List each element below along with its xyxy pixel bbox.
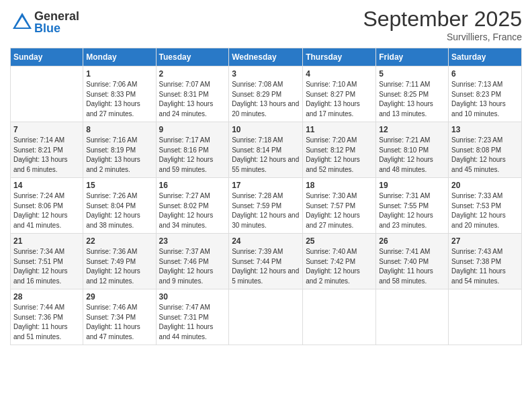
day-info: Sunrise: 7:23 AMSunset: 8:08 PMDaylight:… (451, 136, 519, 175)
calendar-week-row: 28Sunrise: 7:44 AMSunset: 7:36 PMDayligh… (11, 289, 522, 345)
day-number: 22 (86, 236, 152, 246)
day-number: 23 (159, 236, 226, 246)
calendar-week-row: 7Sunrise: 7:14 AMSunset: 8:21 PMDaylight… (11, 122, 522, 178)
day-number: 26 (379, 236, 445, 246)
calendar-week-row: 21Sunrise: 7:34 AMSunset: 7:51 PMDayligh… (11, 234, 522, 289)
calendar-cell: 15Sunrise: 7:26 AMSunset: 8:04 PMDayligh… (83, 178, 156, 234)
day-info: Sunrise: 7:13 AMSunset: 8:23 PMDaylight:… (451, 80, 519, 119)
day-info: Sunrise: 7:28 AMSunset: 7:59 PMDaylight:… (232, 191, 300, 230)
day-info: Sunrise: 7:41 AMSunset: 7:40 PMDaylight:… (379, 247, 445, 286)
calendar-cell: 30Sunrise: 7:47 AMSunset: 7:31 PMDayligh… (156, 289, 229, 345)
page-header: General Blue September 2025 Survilliers,… (10, 7, 522, 42)
day-info: Sunrise: 7:31 AMSunset: 7:55 PMDaylight:… (379, 191, 445, 230)
day-number: 28 (13, 292, 80, 302)
calendar-cell: 16Sunrise: 7:27 AMSunset: 8:02 PMDayligh… (156, 178, 229, 234)
day-info: Sunrise: 7:26 AMSunset: 8:04 PMDaylight:… (86, 191, 152, 230)
day-info: Sunrise: 7:33 AMSunset: 7:53 PMDaylight:… (451, 191, 519, 230)
calendar-cell: 4Sunrise: 7:10 AMSunset: 8:27 PMDaylight… (303, 66, 376, 122)
header-monday: Monday (83, 48, 156, 66)
calendar-cell (303, 289, 376, 345)
day-info: Sunrise: 7:24 AMSunset: 8:06 PMDaylight:… (13, 191, 80, 230)
day-number: 24 (232, 236, 300, 246)
day-number: 5 (379, 69, 445, 79)
calendar-cell: 13Sunrise: 7:23 AMSunset: 8:08 PMDayligh… (449, 122, 522, 178)
calendar-cell: 8Sunrise: 7:16 AMSunset: 8:19 PMDaylight… (83, 122, 156, 178)
day-number: 10 (232, 125, 300, 134)
calendar-cell (449, 289, 522, 345)
day-number: 13 (451, 125, 519, 134)
calendar-cell (11, 66, 83, 122)
calendar-header-row: SundayMondayTuesdayWednesdayThursdayFrid… (11, 48, 522, 66)
logo-general: General (34, 10, 79, 22)
calendar-cell: 20Sunrise: 7:33 AMSunset: 7:53 PMDayligh… (449, 178, 522, 234)
day-info: Sunrise: 7:18 AMSunset: 8:14 PMDaylight:… (232, 136, 300, 175)
day-number: 15 (86, 181, 152, 190)
calendar-cell: 27Sunrise: 7:43 AMSunset: 7:38 PMDayligh… (449, 234, 522, 289)
calendar-cell (229, 289, 303, 345)
calendar-cell: 29Sunrise: 7:46 AMSunset: 7:34 PMDayligh… (83, 289, 156, 345)
day-number: 11 (306, 125, 373, 134)
day-number: 1 (86, 69, 152, 79)
day-number: 29 (86, 292, 152, 302)
header-sunday: Sunday (11, 48, 83, 66)
day-info: Sunrise: 7:34 AMSunset: 7:51 PMDaylight:… (13, 247, 80, 286)
calendar-cell: 10Sunrise: 7:18 AMSunset: 8:14 PMDayligh… (229, 122, 303, 178)
logo: General Blue (10, 10, 79, 34)
day-info: Sunrise: 7:39 AMSunset: 7:44 PMDaylight:… (232, 247, 300, 286)
day-info: Sunrise: 7:46 AMSunset: 7:34 PMDaylight:… (86, 303, 152, 342)
calendar-cell: 14Sunrise: 7:24 AMSunset: 8:06 PMDayligh… (11, 178, 83, 234)
calendar-cell: 3Sunrise: 7:08 AMSunset: 8:29 PMDaylight… (229, 66, 303, 122)
day-number: 3 (232, 69, 300, 79)
day-number: 12 (379, 125, 445, 134)
day-info: Sunrise: 7:20 AMSunset: 8:12 PMDaylight:… (306, 136, 373, 175)
calendar-week-row: 14Sunrise: 7:24 AMSunset: 8:06 PMDayligh… (11, 178, 522, 234)
day-info: Sunrise: 7:10 AMSunset: 8:27 PMDaylight:… (306, 80, 373, 119)
day-info: Sunrise: 7:47 AMSunset: 7:31 PMDaylight:… (159, 303, 226, 342)
title-block: September 2025 Survilliers, France (363, 7, 522, 42)
calendar-week-row: 1Sunrise: 7:06 AMSunset: 8:33 PMDaylight… (11, 66, 522, 122)
day-info: Sunrise: 7:07 AMSunset: 8:31 PMDaylight:… (159, 80, 226, 119)
calendar-cell: 6Sunrise: 7:13 AMSunset: 8:23 PMDaylight… (449, 66, 522, 122)
calendar-cell: 23Sunrise: 7:37 AMSunset: 7:46 PMDayligh… (156, 234, 229, 289)
logo-icon (10, 10, 34, 34)
logo-blue: Blue (34, 22, 79, 34)
day-info: Sunrise: 7:37 AMSunset: 7:46 PMDaylight:… (159, 247, 226, 286)
day-number: 9 (159, 125, 226, 134)
calendar-cell: 2Sunrise: 7:07 AMSunset: 8:31 PMDaylight… (156, 66, 229, 122)
day-info: Sunrise: 7:30 AMSunset: 7:57 PMDaylight:… (306, 191, 373, 230)
day-number: 4 (306, 69, 373, 79)
header-tuesday: Tuesday (156, 48, 229, 66)
calendar-cell: 7Sunrise: 7:14 AMSunset: 8:21 PMDaylight… (11, 122, 83, 178)
location-subtitle: Survilliers, France (363, 32, 522, 42)
calendar-cell: 25Sunrise: 7:40 AMSunset: 7:42 PMDayligh… (303, 234, 376, 289)
calendar-cell: 28Sunrise: 7:44 AMSunset: 7:36 PMDayligh… (11, 289, 83, 345)
month-title: September 2025 (363, 7, 522, 32)
calendar-cell: 5Sunrise: 7:11 AMSunset: 8:25 PMDaylight… (376, 66, 449, 122)
header-wednesday: Wednesday (229, 48, 303, 66)
day-number: 17 (232, 181, 300, 190)
day-number: 18 (306, 181, 373, 190)
day-number: 2 (159, 69, 226, 79)
calendar-cell: 12Sunrise: 7:21 AMSunset: 8:10 PMDayligh… (376, 122, 449, 178)
day-number: 25 (306, 236, 373, 246)
calendar-cell: 9Sunrise: 7:17 AMSunset: 8:16 PMDaylight… (156, 122, 229, 178)
day-info: Sunrise: 7:44 AMSunset: 7:36 PMDaylight:… (13, 303, 80, 342)
calendar-cell: 19Sunrise: 7:31 AMSunset: 7:55 PMDayligh… (376, 178, 449, 234)
calendar-cell: 17Sunrise: 7:28 AMSunset: 7:59 PMDayligh… (229, 178, 303, 234)
day-info: Sunrise: 7:36 AMSunset: 7:49 PMDaylight:… (86, 247, 152, 286)
day-number: 27 (451, 236, 519, 246)
day-info: Sunrise: 7:27 AMSunset: 8:02 PMDaylight:… (159, 191, 226, 230)
calendar-cell: 11Sunrise: 7:20 AMSunset: 8:12 PMDayligh… (303, 122, 376, 178)
day-number: 6 (451, 69, 519, 79)
day-number: 21 (13, 236, 80, 246)
calendar-cell (376, 289, 449, 345)
header-thursday: Thursday (303, 48, 376, 66)
calendar-table: SundayMondayTuesdayWednesdayThursdayFrid… (10, 48, 522, 345)
calendar-cell: 18Sunrise: 7:30 AMSunset: 7:57 PMDayligh… (303, 178, 376, 234)
day-number: 30 (159, 292, 226, 302)
calendar-cell: 1Sunrise: 7:06 AMSunset: 8:33 PMDaylight… (83, 66, 156, 122)
logo-text: General Blue (34, 10, 79, 34)
day-info: Sunrise: 7:43 AMSunset: 7:38 PMDaylight:… (451, 247, 519, 286)
day-info: Sunrise: 7:14 AMSunset: 8:21 PMDaylight:… (13, 136, 80, 175)
header-friday: Friday (376, 48, 449, 66)
